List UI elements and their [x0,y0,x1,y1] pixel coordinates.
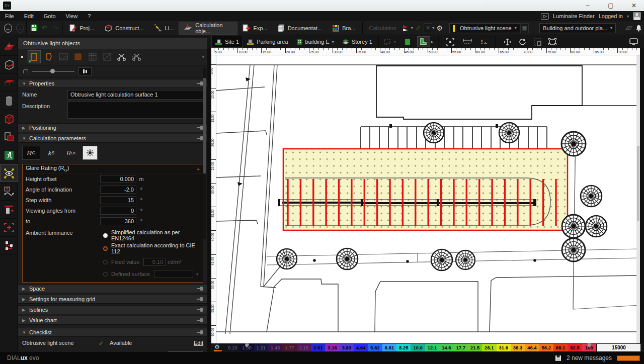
save-button[interactable] [29,23,39,34]
maximize-button[interactable]: ▢ [601,0,621,11]
settings-gear-button[interactable]: ⚙ [434,23,445,34]
section-positioning[interactable]: ▶ Positioning [18,123,207,132]
height-offset-input[interactable]: 0.000 [100,175,136,183]
obtrusive-light-tool[interactable] [0,164,18,183]
radio-fixed-value[interactable] [103,260,108,264]
mode-brand[interactable]: Bra... [327,22,360,35]
emergency-lighting-tool[interactable] [0,146,18,164]
breadcrumb-storey[interactable]: Storey 1 [338,36,376,48]
view-mode-select[interactable]: Building and outdoor pla... ▾ [539,23,616,33]
mode-project[interactable]: Proj... [64,22,99,35]
selection-rectangle-tool[interactable] [546,36,559,47]
colorbar-segment[interactable]: 56.2 [539,344,553,351]
cut-tool[interactable] [115,50,128,63]
tab-ks[interactable]: kS [42,146,60,160]
rectangle-surface-tool[interactable] [28,50,41,63]
radio-simplified[interactable] [103,233,108,238]
viewing-angle-to-input[interactable]: 360 [100,217,136,225]
redo-button[interactable]: ↷ [50,23,60,34]
cancel-calculation-button[interactable]: ✕ [424,23,433,33]
mode-documentation[interactable]: Documentat... [273,22,327,35]
obtrusive-calculation-surface[interactable] [278,149,568,230]
colorbar-segment[interactable]: 38.3 [511,344,525,351]
colorbar-segment[interactable]: 2.61 [311,344,325,351]
colorbar-segment[interactable]: 17.7 [454,344,468,351]
avatar[interactable] [633,12,641,20]
radio-exact-cie112[interactable] [103,246,108,251]
view-tools-expand[interactable]: ▸ [431,39,434,44]
start-calculation-button[interactable] [400,23,411,34]
colorbar-segment[interactable]: 8.25 [396,344,411,351]
plan-canvas[interactable]: 5.0010.0015.0020.0025.0030.0035.0040.004… [211,48,640,343]
display-options-button[interactable] [627,36,640,47]
breadcrumb-parking-area[interactable]: Parking area [243,36,292,48]
close-button[interactable]: ✕ [624,0,644,11]
breadcrumb-building[interactable]: building E ▾ [292,36,338,48]
colorbar-segment[interactable]: 1.21 [254,344,268,351]
gr-calculation-tool[interactable] [0,183,18,201]
calculation-points-tool[interactable] [0,237,18,255]
tools-overflow-caret[interactable]: ▾ [202,54,204,59]
tab-daylight-icon[interactable] [83,146,98,160]
menu-goto[interactable]: Goto [39,11,61,21]
solid-view-tool[interactable] [401,36,414,47]
pin-icon[interactable] [197,297,203,301]
section-calculation-parameters[interactable]: ▼ Calculation parameters [18,134,207,143]
filled-surface-tool[interactable] [71,50,85,63]
menu-help[interactable]: ? [83,11,96,21]
light-scene-select[interactable]: ▌ Obtrusive light scene ▾ [449,23,520,33]
mode-light[interactable]: Li... [148,22,179,35]
mode-export[interactable]: Exp... [237,22,273,35]
colorbar-segment[interactable]: 3.83 [340,344,354,351]
calculation-cube-tool[interactable] [0,110,18,128]
size-slider[interactable] [32,71,74,72]
undo-button[interactable]: ↶ [39,23,50,34]
mode-construction[interactable]: Construct... [99,22,148,35]
angle-of-inclination-input[interactable]: -2.0 [100,186,136,194]
pin-icon[interactable] [197,287,203,291]
edit-outline-tool[interactable] [381,36,394,47]
colorbar-segment[interactable]: 2.15 [297,344,311,351]
grid-tool[interactable] [86,50,99,63]
panel-scrollbar[interactable] [203,68,206,239]
colorbar-segment[interactable]: 6.81 [382,344,396,351]
colorbar-settings-gear[interactable]: ⚙ [214,343,220,350]
canvas-scrollbar[interactable] [636,55,640,343]
radio-defined-surface[interactable] [103,272,108,277]
breadcrumb-site[interactable]: Site 1 [211,36,243,48]
edit-link[interactable]: Edit [194,340,203,346]
section-checklist[interactable]: ▼Checklist [18,328,207,337]
section-value-chart[interactable]: ▶Value chart [18,316,207,325]
scale-tool[interactable] [531,36,544,47]
colorbar-segment[interactable]: 14.6 [439,344,453,351]
mode-calculation-objects[interactable]: Calculation obje... [179,22,237,35]
polygon-surface-tool[interactable] [42,50,55,63]
menu-file[interactable]: File [0,11,19,21]
menu-view[interactable]: View [61,11,83,21]
move-tool[interactable] [501,36,514,47]
annotate-tool[interactable]: ! [477,36,490,47]
section-properties[interactable]: ▼ Properties [18,79,207,88]
tab-ruf[interactable]: RUF [62,146,80,160]
messages-link[interactable]: 2 new messages [567,354,612,361]
zoom-to-selection-tool[interactable] [444,36,457,47]
colorbar-max-value[interactable]: 15000 [597,344,640,351]
viewing-angle-from-input[interactable]: 0 [100,207,136,215]
section-space[interactable]: ▶Space [18,284,207,293]
notifications-bell-icon[interactable] [633,23,644,34]
freeform-surface-tool[interactable] [57,50,70,63]
calculation-surface-tool[interactable] [0,38,18,56]
vertical-surface-tool[interactable] [0,201,18,219]
section-isolines[interactable]: ▶Isolines [18,305,207,314]
colorbar-segment[interactable]: 1.46 [268,344,282,351]
tab-glare-rating[interactable]: RG [22,146,40,160]
section-measuring-grid[interactable]: ▶Settings for measuring grid [18,295,207,304]
favorites-button[interactable] [78,67,92,75]
back-button[interactable]: ← [4,24,12,33]
colorbar-segment[interactable]: 1.77 [282,344,296,351]
pin-icon[interactable] [197,308,203,312]
colorbar-segment[interactable]: 4.64 [354,344,368,351]
name-input[interactable]: Obtrusive light calculation surface 1 [67,90,203,100]
minimize-button[interactable]: – [578,0,598,11]
luminaire-finder-link[interactable]: Luminaire Finder [553,13,595,19]
